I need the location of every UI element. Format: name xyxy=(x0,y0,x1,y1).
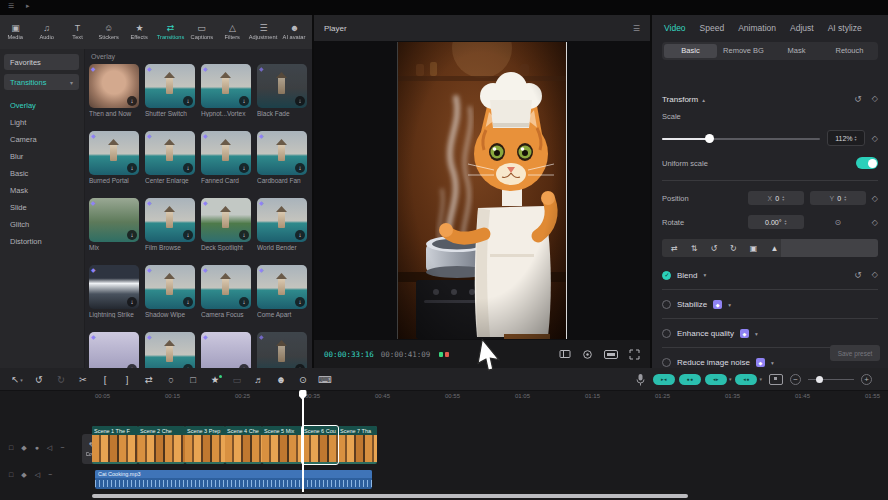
section-enhance-quality[interactable]: Enhance quality◆▾ xyxy=(662,318,878,338)
rotate-left-icon[interactable]: ↺ xyxy=(710,244,717,253)
player-options-icon[interactable]: ☰ xyxy=(633,24,640,33)
transition-thumb-world-bender[interactable]: ◆↓ xyxy=(257,198,307,242)
sidebar-item-camera[interactable]: Camera xyxy=(0,131,84,148)
stepper-icon[interactable]: ▴▾ xyxy=(855,135,857,141)
position-x-field[interactable]: X0 ▴▾ xyxy=(748,191,804,205)
clip-scene-5-mix[interactable]: Scene 5 Mix xyxy=(262,426,302,464)
zoom-out-icon[interactable]: − xyxy=(790,374,801,385)
link-preview-toggle[interactable]: ◂▸▾ xyxy=(705,374,732,385)
fit-icon[interactable]: ▣ xyxy=(750,244,758,253)
download-icon[interactable]: ↓ xyxy=(183,163,193,173)
favorites-button[interactable]: Favorites xyxy=(4,54,79,70)
download-icon[interactable]: ↓ xyxy=(127,230,137,240)
download-icon[interactable]: ↓ xyxy=(183,230,193,240)
sidebar-item-basic[interactable]: Basic xyxy=(0,165,84,182)
ratio-icon[interactable] xyxy=(559,349,571,359)
shortcuts-icon[interactable]: ⌨ xyxy=(314,374,336,385)
track-lock-icon[interactable]: ● xyxy=(35,444,39,452)
transition-thumb-cardboard-fan[interactable]: ◆↓ xyxy=(257,131,307,175)
ribbon-captions[interactable]: ▭Captions xyxy=(186,23,217,41)
clip-scene-1-the-f[interactable]: Scene 1 The F xyxy=(92,426,138,464)
subtab-remove-bg[interactable]: Remove BG xyxy=(717,44,770,58)
download-icon[interactable]: ↓ xyxy=(239,297,249,307)
tab-speed[interactable]: Speed xyxy=(700,23,725,33)
subtab-mask[interactable]: Mask xyxy=(770,44,823,58)
track-collapse-icon[interactable]: − xyxy=(60,444,64,452)
stepper-icon[interactable]: ▴▾ xyxy=(782,195,784,201)
sidebar-item-glitch[interactable]: Glitch xyxy=(0,216,84,233)
transition-thumb-hypnot-vortex[interactable]: ◆↓ xyxy=(201,64,251,108)
download-icon[interactable]: ↓ xyxy=(239,163,249,173)
zoom-in-icon[interactable]: + xyxy=(861,374,872,385)
transition-thumb-mix[interactable]: ◆↓ xyxy=(89,198,139,242)
clip-scene-4-che[interactable]: Scene 4 Che xyxy=(225,426,262,464)
character-tool-icon[interactable]: ☻ xyxy=(270,374,292,385)
track-collapse-icon[interactable]: − xyxy=(48,471,52,479)
transition-thumb-lightning-strike[interactable]: ◆↓ xyxy=(89,265,139,309)
download-icon[interactable]: ↓ xyxy=(239,230,249,240)
blend-keyframe-icon[interactable]: ◇ xyxy=(872,270,878,280)
track-main-icon[interactable]: □ xyxy=(9,471,13,479)
blend-checkbox[interactable] xyxy=(662,271,671,280)
ribbon-adjustment[interactable]: ☰Adjustment xyxy=(248,23,279,41)
cursor-icon[interactable]: ▲ xyxy=(770,244,778,253)
clip-scene-2-che[interactable]: Scene 2 Che xyxy=(138,426,185,464)
download-icon[interactable]: ↓ xyxy=(295,230,305,240)
ribbon-stickers[interactable]: ☺Stickers xyxy=(93,23,124,41)
sidebar-item-mask[interactable]: Mask xyxy=(0,182,84,199)
keyframe-icon[interactable]: ◇ xyxy=(872,94,878,104)
delete-right-icon[interactable]: ] xyxy=(116,374,138,385)
clip-scene-3-prep[interactable]: Scene 3 Prep xyxy=(185,426,225,464)
tab-adjust[interactable]: Adjust xyxy=(790,23,814,33)
stepper-icon[interactable]: ▴▾ xyxy=(844,195,846,201)
sidebar-item-distortion[interactable]: Distortion xyxy=(0,233,84,250)
chevron-down-icon[interactable]: ▾ xyxy=(20,377,23,383)
ribbon-filters[interactable]: △Filters xyxy=(217,23,248,41)
ribbon-audio[interactable]: ♫Audio xyxy=(31,23,62,41)
scale-keyframe-icon[interactable]: ◇ xyxy=(872,134,878,143)
track-main-icon[interactable]: □ xyxy=(9,444,13,452)
track-color-icon[interactable]: ◆ xyxy=(21,444,26,452)
flip-vertical-icon[interactable]: ⇅ xyxy=(691,244,698,253)
download-icon[interactable]: ↓ xyxy=(295,96,305,106)
play-icon[interactable]: ▸ xyxy=(26,2,30,10)
download-icon[interactable]: ↓ xyxy=(127,163,137,173)
scale-slider[interactable] xyxy=(662,133,820,143)
position-y-field[interactable]: Y0 ▴▾ xyxy=(810,191,866,205)
transition-thumb-partial[interactable]: ◆↓ xyxy=(201,332,251,368)
audio-tool-icon[interactable]: ♬ xyxy=(248,374,270,385)
delete-left-icon[interactable]: [ xyxy=(94,374,116,385)
download-icon[interactable]: ↓ xyxy=(295,297,305,307)
download-icon[interactable]: ↓ xyxy=(183,297,193,307)
transition-thumb-partial[interactable]: ◆↓ xyxy=(145,332,195,368)
flip-horizontal-icon[interactable]: ⇄ xyxy=(671,244,678,253)
clip-scene-7-tha[interactable]: Scene 7 Tha xyxy=(338,426,377,464)
uniform-scale-toggle[interactable] xyxy=(856,157,878,169)
video-frame[interactable] xyxy=(397,42,567,339)
ribbon-ai-avatar[interactable]: ☻AI avatar xyxy=(279,23,310,41)
clip-scene-6-cou[interactable]: Scene 6 Cou xyxy=(302,426,338,464)
keying-tool-icon[interactable]: ⊙ xyxy=(292,374,314,385)
download-icon[interactable]: ↓ xyxy=(295,163,305,173)
crop-icon[interactable]: □ xyxy=(182,374,204,385)
transform-section-title[interactable]: Transform▴ xyxy=(662,95,705,104)
playhead-line[interactable] xyxy=(302,393,304,492)
microphone-icon[interactable] xyxy=(635,373,646,386)
mirror-icon[interactable]: ⇄ xyxy=(138,374,160,385)
download-icon[interactable]: ↓ xyxy=(127,96,137,106)
position-keyframe-icon[interactable]: ◇ xyxy=(872,194,878,203)
transition-thumb-partial[interactable]: ◆↓ xyxy=(257,332,307,368)
timeline-scrollbar[interactable] xyxy=(92,494,688,498)
tab-ai-stylize[interactable]: AI stylize xyxy=(828,23,862,33)
transition-thumb-come-apart[interactable]: ◆↓ xyxy=(257,265,307,309)
reset-icon[interactable]: ↺ xyxy=(854,270,862,280)
rotate-value-field[interactable]: 0.00° ▴▾ xyxy=(748,215,804,229)
ribbon-text[interactable]: TText xyxy=(62,23,93,41)
track-mute-icon[interactable]: ◁ xyxy=(47,444,52,452)
ribbon-media[interactable]: ▣Media xyxy=(0,23,31,41)
transition-thumb-then-and-now[interactable]: ◆↓ xyxy=(89,64,139,108)
transition-thumb-center-enlarge[interactable]: ◆↓ xyxy=(145,131,195,175)
quality-icon[interactable] xyxy=(604,350,618,359)
transition-thumb-deck-spotlight[interactable]: ◆↓ xyxy=(201,198,251,242)
ribbon-effects[interactable]: ★Effects xyxy=(124,23,155,41)
